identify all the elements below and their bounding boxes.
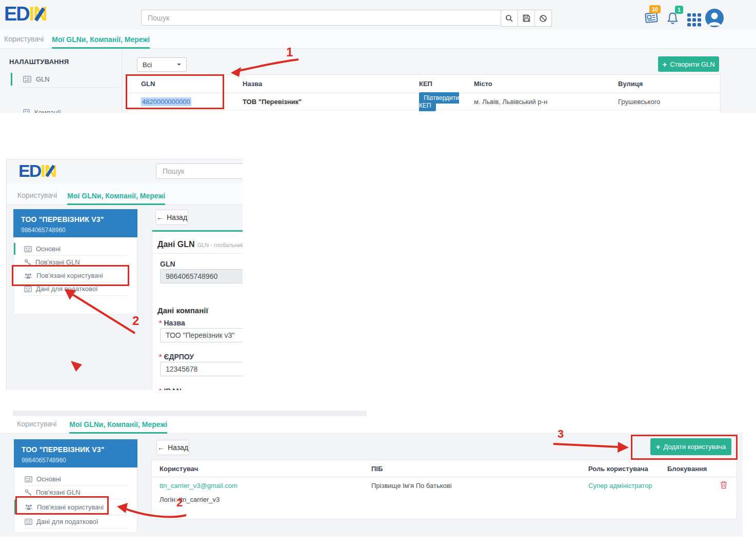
menu-item-linked-users[interactable]: Пов'язані користувачі — [24, 269, 127, 282]
menu-item-label: Дані для податкової — [36, 285, 98, 293]
menu-item-label: Пов'язані користувачі — [37, 503, 104, 511]
sidebar-title: НАЛАШТУВАННЯ — [9, 58, 69, 66]
edrpou-field[interactable] — [160, 362, 243, 376]
table-row[interactable]: 4820000000000 ТОВ "Перевізник" Підтверди… — [128, 93, 720, 110]
add-user-button[interactable]: + Додати користувача — [650, 438, 731, 455]
back-label: Назад — [168, 443, 188, 452]
sidebar-item-companies[interactable]: Компанії — [18, 105, 121, 113]
app-header: EDIN — [7, 159, 243, 184]
create-gln-label: Створити GLN — [670, 60, 714, 68]
menu-item-label: Пов'язані GLN — [35, 258, 80, 266]
create-gln-button[interactable]: + Створити GLN — [658, 56, 719, 72]
users-table: Користувач ПІБ Роль користувача Блокуван… — [151, 460, 737, 519]
sidebar-item-gln[interactable]: GLN — [18, 71, 121, 88]
delete-user-button[interactable] — [720, 481, 727, 489]
grid-icon — [687, 13, 702, 27]
tab-users[interactable]: Користувачі — [4, 35, 44, 48]
pib-cell: Прізвище Ім'я По батькові — [371, 482, 588, 490]
search-button[interactable] — [501, 10, 518, 27]
apps-grid-button[interactable] — [687, 13, 702, 29]
street-cell: Грушевського — [618, 98, 720, 106]
avatar-icon — [705, 8, 724, 28]
tab-users[interactable]: Користувачі — [17, 420, 56, 433]
edrpou-field-label: *ЄДРПОУ — [159, 353, 194, 361]
main-tabs: Користувачі Мої GLNи, Компанії, Мережі — [0, 416, 743, 434]
menu-item-label: Дані для податкової — [36, 518, 98, 525]
column-header: Користувач — [160, 465, 371, 473]
name-field[interactable] — [160, 328, 243, 342]
users-icon — [24, 273, 32, 279]
company-name: ТОО "ПЕРЕВІЗНИК V3" — [21, 215, 130, 223]
ban-icon — [539, 14, 547, 23]
floppy-disk-icon — [523, 14, 530, 22]
name-field-label: *Назва — [159, 319, 185, 327]
menu-item-tax-data[interactable]: Дані для податкової — [24, 282, 127, 296]
id-card-icon — [24, 286, 32, 292]
form-title: Дані GLN — [157, 240, 195, 249]
menu-item-tax-data[interactable]: Дані для податкової — [25, 515, 127, 528]
confirm-kep-button[interactable]: Підтвердити КЕП — [419, 92, 459, 111]
gln-value-selected[interactable]: 4820000000000 — [141, 97, 191, 106]
column-header: Роль користувача — [588, 465, 667, 473]
menu-item-label: Пов'язані користувачі — [36, 272, 103, 279]
tab-my-glns[interactable]: Мої GLNи, Компанії, Мережі — [67, 192, 165, 205]
sidebar-item-label: Компанії — [34, 109, 61, 113]
iban-field-label: *IBAN — [159, 387, 182, 390]
middle-content-area: ТОО "ПЕРЕВІЗНИК V3" 9864065748960 Основн… — [7, 205, 243, 390]
settings-sidebar: НАЛАШТУВАННЯ GLN Компанії — [0, 49, 122, 113]
edin-logo: EDIN — [18, 162, 56, 179]
filter-select-value: Всі — [143, 61, 152, 69]
user-role-link[interactable]: Супер адміністратор — [588, 482, 652, 490]
search-button-group — [501, 10, 552, 27]
id-card-icon — [25, 476, 32, 482]
divider — [152, 253, 243, 254]
company-panel: ТОО "ПЕРЕВІЗНИК V3" 9864065748960 — [14, 439, 137, 467]
tab-users[interactable]: Користувачі — [17, 191, 57, 205]
company-menu: Основні Пов'язані GLN Пов'язані користув… — [13, 237, 137, 315]
plus-icon: + — [656, 442, 661, 451]
column-header: Назва — [243, 80, 419, 88]
company-name-cell: ТОВ "Перевізник" — [243, 98, 419, 106]
user-avatar[interactable] — [705, 8, 724, 30]
table-row[interactable]: ttn_carrier_v3@gmail.com Прізвище Ім'я П… — [152, 477, 737, 503]
save-filter-button[interactable] — [518, 10, 535, 27]
gln-field[interactable] — [160, 269, 243, 283]
back-button[interactable]: ← Назад — [155, 210, 188, 225]
company-data-section-title: Дані компанії — [157, 306, 208, 315]
back-button[interactable]: ← Назад — [156, 440, 189, 455]
menu-item-main[interactable]: Основні — [25, 473, 127, 486]
edin-logo: EDIN — [4, 4, 47, 24]
menu-item-main[interactable]: Основні — [24, 242, 127, 256]
column-header: Місто — [474, 80, 618, 88]
column-header: Вулиця — [618, 80, 720, 88]
menu-item-linked-users[interactable]: Пов'язані користувачі — [25, 499, 127, 515]
company-gln: 9864065748960 — [21, 227, 130, 234]
search-icon — [505, 14, 513, 23]
search-input[interactable] — [141, 10, 501, 26]
menu-item-linked-gln[interactable]: Пов'язані GLN — [24, 256, 127, 269]
tab-my-glns[interactable]: Мої GLNи, Компанії, Мережі — [52, 35, 150, 49]
table-header-row: Користувач ПІБ Роль користувача Блокуван… — [152, 460, 737, 477]
tab-my-glns[interactable]: Мої GLNи, Компанії, Мережі — [69, 420, 167, 434]
app-header: EDIN 10 — [0, 0, 756, 30]
filter-select[interactable]: Всі — [137, 57, 187, 72]
column-header: GLN — [141, 80, 243, 88]
menu-item-linked-gln[interactable]: Пов'язані GLN — [25, 486, 127, 499]
user-email-link[interactable]: ttn_carrier_v3@gmail.com — [160, 482, 237, 490]
news-badge: 10 — [649, 5, 661, 13]
column-header: ПІБ — [371, 465, 588, 473]
menu-item-label: Основні — [36, 245, 61, 253]
id-card-icon — [25, 519, 32, 525]
user-login-cell: Логін: ttn_carrier_v3 — [152, 496, 737, 503]
search-input[interactable] — [156, 164, 243, 179]
menu-item-label: Пов'язані GLN — [36, 488, 81, 496]
back-label: Назад — [167, 213, 187, 221]
screenshot-fragment-top: EDIN 10 — [0, 0, 756, 113]
clear-filter-button[interactable] — [534, 10, 552, 27]
gln-form-card: Дані GLN GLN - глобальний ном GLN Дані к… — [152, 230, 243, 390]
bottom-content-area: ТОО "ПЕРЕВІЗНИК V3" 9864065748960 Основн… — [0, 434, 743, 537]
screenshot-fragment-bottom: Користувачі Мої GLNи, Компанії, Мережі Т… — [0, 410, 743, 537]
form-subtitle: GLN - глобальний ном — [197, 242, 243, 248]
key-icon — [25, 489, 32, 496]
screenshot-fragment-middle: EDIN Користувачі Мої GLNи, Компанії, Мер… — [6, 159, 243, 390]
